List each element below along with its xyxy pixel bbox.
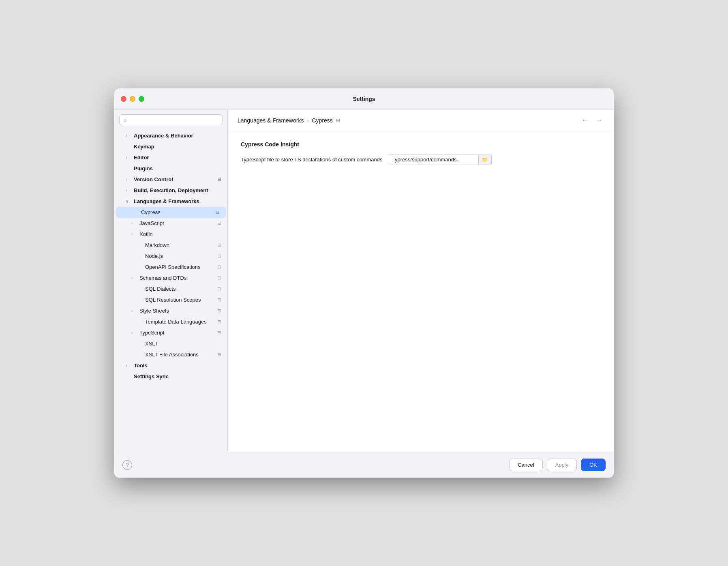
apply-button[interactable]: Apply [547,459,577,471]
sidebar-item-nodejs[interactable]: Node.js ⊟ [114,251,227,262]
traffic-lights [121,96,144,102]
sidebar-item-label: SQL Dialects [145,286,176,292]
chevron-right-icon: › [131,221,137,225]
setting-label: TypeScript file to store TS declarations… [241,157,382,163]
sidebar-item-label: TypeScript [139,330,164,336]
sidebar-item-label: Appearance & Behavior [134,133,193,139]
db-icon: ⊟ [217,308,221,313]
sidebar-item-label: Style Sheets [139,308,169,314]
sidebar-item-appearance[interactable]: › Appearance & Behavior [114,130,227,141]
sidebar-item-label: SQL Resolution Scopes [145,297,201,303]
db-icon: ⊟ [217,264,221,270]
breadcrumb: Languages & Frameworks › Cypress ⊟ [238,117,340,124]
db-icon: ⊟ [217,286,221,292]
db-icon: ⊟ [217,177,221,182]
sidebar-item-label: Cypress [141,209,161,215]
back-button[interactable]: ← [580,115,590,125]
chevron-right-icon: › [131,232,137,236]
sidebar-item-keymap[interactable]: Keymap [114,141,227,152]
main-content: ⌕ › Appearance & Behavior Keymap › [114,109,614,452]
search-container: ⌕ [114,109,227,129]
sidebar-item-typescript[interactable]: › TypeScript ⊟ [114,327,227,338]
content-body: Cypress Code Insight TypeScript file to … [228,131,614,452]
chevron-right-icon: › [131,309,137,313]
sidebar: ⌕ › Appearance & Behavior Keymap › [114,109,228,452]
breadcrumb-parent[interactable]: Languages & Frameworks [238,117,304,124]
sidebar-item-label: Build, Execution, Deployment [134,187,208,193]
section-title: Cypress Code Insight [241,141,601,148]
db-icon: ⊟ [217,330,221,335]
chevron-right-icon: › [126,133,131,138]
sidebar-item-editor[interactable]: › Editor [114,152,227,163]
maximize-button[interactable] [139,96,144,102]
settings-window: Settings ⌕ › Appearance & Behavior [114,88,614,478]
sidebar-item-label: Markdown [145,242,169,248]
db-icon: ⊟ [217,253,221,259]
search-input-wrapper[interactable]: ⌕ [119,114,223,125]
sidebar-item-tools[interactable]: › Tools [114,360,227,371]
sidebar-item-version-control[interactable]: › Version Control ⊟ [114,174,227,185]
sidebar-item-label: Schemas and DTDs [139,275,186,281]
footer-right: Cancel Apply OK [509,459,606,471]
sidebar-item-markdown[interactable]: Markdown ⊟ [114,240,227,251]
footer: ? Cancel Apply OK [114,452,614,478]
db-icon: ⊟ [217,221,221,226]
nav-buttons: ← → [580,115,604,125]
sidebar-item-openapi[interactable]: OpenAPI Specifications ⊟ [114,262,227,272]
sidebar-item-build[interactable]: › Build, Execution, Deployment [114,185,227,196]
sidebar-item-label: Node.js [145,253,163,259]
sidebar-item-plugins[interactable]: Plugins [114,163,227,174]
chevron-right-icon: › [126,363,131,368]
forward-button[interactable]: → [593,115,604,125]
close-button[interactable] [121,96,126,102]
sidebar-item-cypress[interactable]: Cypress ⊟ [116,207,226,218]
db-icon: ⊟ [217,275,221,281]
sidebar-item-xslt-file[interactable]: XSLT File Associations ⊟ [114,349,227,360]
cancel-button[interactable]: Cancel [509,459,542,471]
help-button[interactable]: ? [122,460,132,470]
db-icon: ⊟ [217,319,221,324]
db-icon: ⊟ [216,210,219,215]
sidebar-item-sql-dialects[interactable]: SQL Dialects ⊟ [114,283,227,294]
sidebar-item-label: Languages & Frameworks [134,198,199,204]
db-icon: ⊟ [217,297,221,302]
setting-input-wrapper[interactable]: 📁 [389,154,492,165]
db-icon: ⊟ [217,242,221,248]
search-input[interactable] [129,117,218,123]
sidebar-item-settings-sync[interactable]: Settings Sync [114,371,227,382]
sidebar-item-style-sheets[interactable]: › Style Sheets ⊟ [114,305,227,316]
sidebar-item-label: Plugins [134,165,153,172]
chevron-down-icon: ∨ [126,199,131,204]
sidebar-item-label: XSLT [145,341,158,347]
folder-browse-button[interactable]: 📁 [478,155,491,165]
sidebar-item-sql-resolution[interactable]: SQL Resolution Scopes ⊟ [114,294,227,305]
breadcrumb-db-icon: ⊟ [336,118,340,123]
sidebar-item-label: OpenAPI Specifications [145,264,201,270]
sidebar-item-javascript[interactable]: › JavaScript ⊟ [114,218,227,229]
content-header: Languages & Frameworks › Cypress ⊟ ← → [228,109,614,131]
chevron-right-icon: › [126,155,131,160]
sidebar-item-label: Tools [134,362,148,369]
breadcrumb-current: Cypress [312,117,332,124]
sidebar-item-xslt[interactable]: XSLT [114,338,227,349]
breadcrumb-separator: › [307,118,308,123]
sidebar-list: › Appearance & Behavior Keymap › Editor … [114,129,227,452]
sidebar-item-kotlin[interactable]: › Kotlin [114,229,227,240]
ok-button[interactable]: OK [581,459,606,471]
content-area: Languages & Frameworks › Cypress ⊟ ← → C… [228,109,614,452]
sidebar-item-template-data[interactable]: Template Data Languages ⊟ [114,316,227,327]
sidebar-item-label: Settings Sync [134,373,169,379]
minimize-button[interactable] [130,96,135,102]
setting-row: TypeScript file to store TS declarations… [241,154,601,165]
footer-left: ? [122,460,132,470]
sidebar-item-schemas[interactable]: › Schemas and DTDs ⊟ [114,272,227,283]
sidebar-item-label: JavaScript [139,220,164,226]
sidebar-item-label: Version Control [134,176,173,182]
title-bar: Settings [114,88,614,109]
setting-value-input[interactable] [389,154,478,165]
search-icon: ⌕ [124,117,127,123]
db-icon: ⊟ [217,352,221,357]
sidebar-item-label: XSLT File Associations [145,352,199,358]
sidebar-item-languages[interactable]: ∨ Languages & Frameworks [114,196,227,207]
window-title: Settings [353,96,375,102]
